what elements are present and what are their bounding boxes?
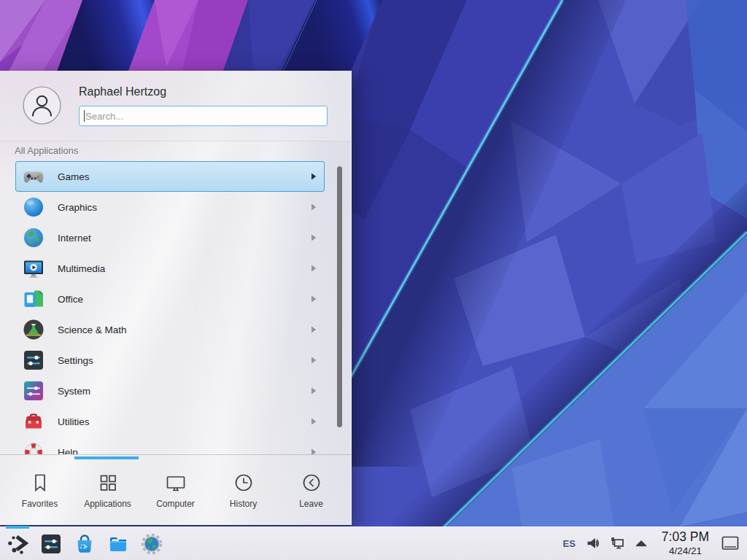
favorites-icon — [29, 472, 51, 494]
web-browser-button[interactable] — [140, 532, 163, 556]
settings-icon — [22, 349, 45, 372]
category-label: Help — [58, 447, 311, 455]
user-name: Raphael Hertzog — [79, 85, 166, 98]
office-icon — [22, 287, 45, 311]
show-desktop-icon — [721, 534, 740, 552]
category-label: Graphics — [58, 202, 311, 213]
multimedia-icon — [22, 257, 45, 280]
tab-leave[interactable]: Leave — [277, 472, 345, 509]
show-desktop-button[interactable] — [721, 534, 740, 552]
category-label: Internet — [58, 233, 311, 244]
system-tray: ES 7:03 — [562, 531, 747, 556]
submenu-arrow-icon — [311, 326, 317, 333]
category-label: System — [58, 386, 311, 397]
internet-icon — [22, 226, 45, 249]
tab-label: Favorites — [22, 499, 58, 509]
system-icon — [22, 379, 45, 402]
tab-applications[interactable]: Applications — [74, 472, 142, 509]
category-item-multimedia[interactable]: Multimedia — [15, 253, 325, 284]
category-label: Games — [58, 171, 311, 182]
submenu-arrow-icon — [311, 173, 317, 180]
taskbar-launchers — [0, 526, 163, 560]
system-settings-icon — [39, 532, 63, 556]
submenu-arrow-icon — [311, 203, 317, 211]
tab-label: Computer — [156, 499, 195, 509]
category-label: Multimedia — [58, 263, 311, 274]
history-icon — [233, 472, 255, 494]
keyboard-layout-indicator[interactable]: ES — [562, 538, 575, 549]
category-item-games[interactable]: Games — [15, 161, 325, 192]
science-icon — [22, 318, 45, 341]
tab-label: History — [230, 499, 257, 509]
submenu-arrow-icon — [311, 448, 317, 454]
submenu-arrow-icon — [311, 387, 317, 394]
desktop: Raphael Hertzog Search... All Applicatio… — [0, 0, 747, 560]
graphics-icon — [22, 195, 45, 219]
utilities-icon — [22, 410, 45, 433]
taskbar: ES 7:03 — [0, 526, 747, 560]
submenu-arrow-icon — [311, 418, 317, 425]
application-launcher-menu: Raphael Hertzog Search... All Applicatio… — [0, 71, 352, 525]
discover-icon — [73, 532, 96, 556]
games-icon — [22, 165, 45, 188]
discover-button[interactable] — [73, 532, 96, 556]
category-item-system[interactable]: System — [15, 376, 325, 406]
scrollbar[interactable] — [337, 161, 342, 454]
section-label: All Applications — [15, 145, 78, 156]
category-item-help[interactable]: Help — [15, 437, 325, 454]
submenu-arrow-icon — [311, 295, 317, 303]
tab-history[interactable]: History — [209, 472, 277, 509]
tab-label: Leave — [299, 499, 323, 509]
submenu-arrow-icon — [311, 265, 317, 272]
clock-date: 4/24/21 — [662, 546, 709, 556]
tray-expand-arrow-icon[interactable] — [633, 535, 649, 551]
tab-label: Applications — [84, 499, 131, 509]
kde-launcher-icon — [6, 532, 29, 556]
category-item-office[interactable]: Office — [15, 284, 325, 314]
user-avatar[interactable] — [23, 86, 61, 125]
submenu-arrow-icon — [311, 357, 317, 364]
scrollbar-thumb[interactable] — [337, 166, 342, 427]
search-input[interactable]: Search... — [79, 106, 328, 126]
folder-icon — [107, 532, 130, 556]
launcher-button[interactable] — [6, 532, 29, 556]
file-manager-button[interactable] — [107, 532, 130, 556]
system-settings-button[interactable] — [39, 532, 63, 556]
tab-favorites[interactable]: Favorites — [6, 472, 74, 509]
active-tab-indicator — [74, 456, 139, 459]
text-cursor — [84, 110, 85, 122]
tab-computer[interactable]: Computer — [142, 472, 209, 509]
search-placeholder: Search... — [85, 111, 123, 122]
clock[interactable]: 7:03 PM 4/24/21 — [662, 531, 709, 556]
category-item-science-math[interactable]: Science & Math — [15, 314, 325, 345]
category-item-graphics[interactable]: Graphics — [15, 192, 325, 222]
network-icon[interactable] — [609, 535, 625, 551]
launcher-header: Raphael Hertzog Search... — [0, 71, 351, 141]
clock-time: 7:03 PM — [662, 531, 709, 544]
category-list: Games Graphics — [0, 161, 351, 454]
category-label: Office — [58, 294, 311, 305]
web-browser-icon — [140, 532, 163, 556]
category-item-utilities[interactable]: Utilities — [15, 406, 325, 437]
computer-icon — [165, 472, 187, 494]
category-label: Utilities — [58, 416, 311, 427]
category-item-internet[interactable]: Internet — [15, 222, 325, 253]
submenu-arrow-icon — [311, 234, 317, 241]
leave-icon — [301, 472, 322, 494]
volume-icon[interactable] — [585, 535, 601, 551]
help-icon — [22, 440, 45, 454]
launcher-tab-bar: Favorites Applications Computer — [0, 454, 351, 526]
category-label: Science & Math — [58, 324, 311, 335]
category-item-settings[interactable]: Settings — [15, 345, 325, 376]
category-label: Settings — [58, 355, 311, 366]
applications-icon — [97, 472, 119, 494]
